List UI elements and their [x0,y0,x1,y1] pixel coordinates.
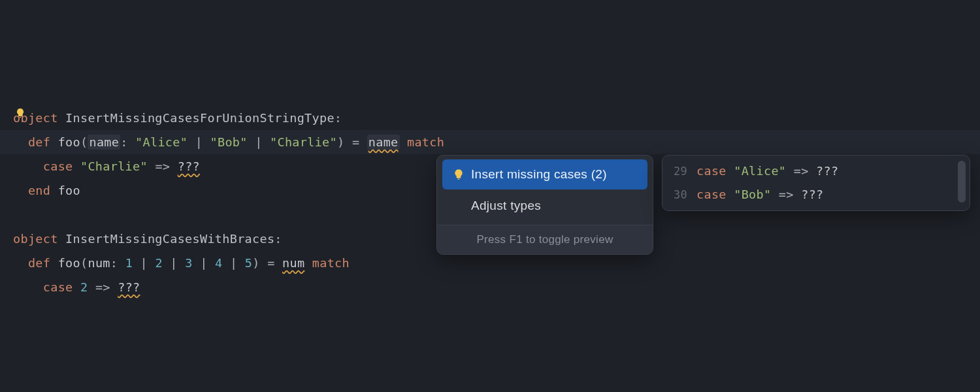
preview-line-number: 30 [662,183,696,206]
quickfix-item-label: Adjust types [471,199,541,213]
code-line: case 2 => ??? [13,275,980,299]
code-line-active: def foo(name: "Alice" | "Bob" | "Charlie… [0,130,980,154]
lightbulb-icon [453,169,465,180]
code-line: object InsertMissingCasesForUnionStringT… [13,106,980,130]
preview-line: 30 case "Bob" => ??? [662,183,970,206]
preview-scrollbar[interactable] [958,161,966,203]
quickfix-popup: Insert missing cases (2) Adjust types Pr… [436,155,653,255]
quickfix-item-adjust-types[interactable]: Adjust types [442,191,647,221]
quickfix-footer-hint: Press F1 to toggle preview [437,225,653,254]
preview-line: 29 case "Alice" => ??? [662,159,970,183]
quickfix-item-label: Insert missing cases (2) [471,167,607,182]
gutter-lightbulb-icon[interactable] [15,107,25,118]
preview-line-number: 29 [662,159,696,183]
quickfix-preview-panel: 29 case "Alice" => ??? 30 case "Bob" => … [662,155,970,211]
quickfix-item-insert-cases[interactable]: Insert missing cases (2) [442,159,647,189]
